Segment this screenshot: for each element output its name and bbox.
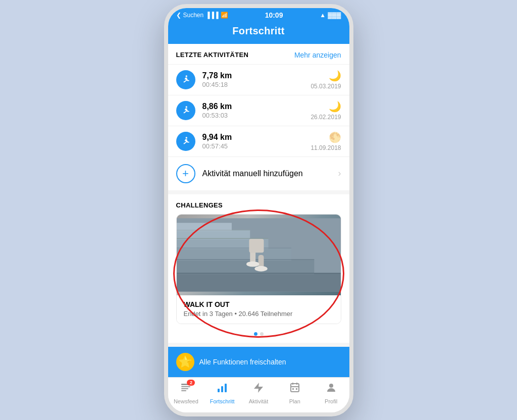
blue-banner[interactable]: ⭐ Alle Funktionen freischalten [168,347,349,377]
wifi-icon: 📶 [221,12,228,19]
nav-item-fortschritt[interactable]: Fortschritt [207,382,237,404]
nav-item-plan[interactable]: Plan [280,382,310,404]
svg-rect-13 [258,255,264,268]
dot-inactive [260,332,264,336]
svg-rect-3 [177,248,291,260]
challenges-header: CHALLENGES [168,194,349,214]
add-circle-icon: + [176,164,195,183]
profil-icon [325,382,337,397]
status-left: ❮ Suchen ▐▐▐ 📶 [176,12,228,19]
activity-duration: 00:57:45 [202,142,311,150]
challenges-title: CHALLENGES [176,201,223,209]
activity-run-icon [176,101,195,120]
activity-item[interactable]: 9,94 km 00:57:45 🌕 11.09.2018 [168,126,349,156]
activity-item[interactable]: 8,86 km 00:53:03 🌙 26.02.2019 [168,95,349,126]
last-activities-section: LETZTE AKTIVITÄTEN Mehr anzeigen 7,78 km… [168,44,349,190]
activity-info: 9,94 km 00:57:45 [202,133,311,150]
newsfeed-icon: 2 [180,382,192,397]
svg-rect-6 [177,223,232,231]
activity-info: 8,86 km 00:53:03 [202,102,311,119]
activity-run-icon [176,132,195,151]
svg-point-14 [246,261,258,267]
moon-icon: 🌙 [311,100,341,113]
chevron-right-icon: › [338,168,341,179]
svg-rect-20 [181,390,186,391]
plan-icon [289,382,301,397]
activity-date: 26.02.2019 [311,114,341,121]
challenge-card[interactable]: WALK IT OUT Endet in 3 Tagen • 20.646 Te… [176,214,341,324]
activity-right: 🌙 05.03.2019 [311,70,341,90]
activity-run-icon [176,70,195,89]
dot-active [254,332,257,336]
activity-date: 05.03.2019 [311,83,341,90]
svg-rect-18 [181,386,190,387]
banner-star-icon: ⭐ [176,353,194,371]
challenges-section: CHALLENGES [168,194,349,343]
status-bar: ❮ Suchen ▐▐▐ 📶 10:09 ▲ ▓▓▓ [168,8,349,21]
page-title: Fortschritt [176,25,341,37]
status-right: ▲ ▓▓▓ [320,12,341,19]
svg-point-15 [254,266,267,271]
nav-item-aktivitat[interactable]: Aktivität [243,382,274,404]
challenge-description: Endet in 3 Tagen • 20.646 Teilnehmer [184,310,334,318]
back-arrow: ❮ [176,12,181,19]
bottom-nav: 2 Newsfeed Fortschritt Aktivität [168,377,349,412]
svg-rect-23 [225,384,227,392]
svg-point-31 [329,384,333,388]
activity-duration: 00:53:03 [202,112,311,119]
location-icon: ▲ [320,12,326,19]
app-header: Fortschritt [168,21,349,44]
activity-duration: 00:45:18 [202,81,311,88]
activity-distance: 9,94 km [202,133,311,142]
activity-date: 11.09.2018 [311,144,341,151]
status-search-label: Suchen [183,12,204,19]
add-activity-label: Aktivität manuell hinzufügen [202,169,338,178]
main-content: LETZTE AKTIVITÄTEN Mehr anzeigen 7,78 km… [168,44,349,377]
svg-marker-24 [254,383,263,393]
svg-rect-25 [291,384,299,392]
svg-rect-2 [177,259,314,274]
activities-title: LETZTE AKTIVITÄTEN [176,51,249,59]
activity-item[interactable]: 7,78 km 00:45:18 🌙 05.03.2019 [168,64,349,95]
challenge-image [177,215,341,295]
add-activity-row[interactable]: + Aktivität manuell hinzufügen › [168,156,349,190]
phone-frame: ❮ Suchen ▐▐▐ 📶 10:09 ▲ ▓▓▓ Fortschritt L… [164,4,353,416]
activity-distance: 8,86 km [202,102,311,111]
newsfeed-badge: 2 [187,380,195,386]
more-link[interactable]: Mehr anzeigen [294,51,341,59]
moon-icon: 🌙 [311,70,341,82]
activity-distance: 7,78 km [202,71,311,80]
signal-icon: ▐▐▐ [205,12,219,19]
svg-rect-16 [249,239,264,252]
activity-right: 🌙 26.02.2019 [311,100,341,121]
nav-item-profil[interactable]: Profil [316,382,346,404]
nav-label-fortschritt: Fortschritt [210,398,235,404]
dots-indicator [168,329,349,343]
aktivitat-icon [252,382,265,397]
svg-rect-21 [218,389,220,392]
svg-rect-19 [181,388,188,389]
svg-rect-22 [221,386,223,392]
sun-icon: 🌕 [311,131,341,143]
status-time: 10:09 [265,11,283,19]
svg-rect-29 [292,388,294,390]
nav-label-plan: Plan [289,398,300,404]
challenge-name: WALK IT OUT [184,300,334,308]
activity-right: 🌕 11.09.2018 [311,131,341,151]
nav-label-newsfeed: Newsfeed [174,398,198,404]
svg-rect-5 [177,230,250,239]
fortschritt-icon [216,382,228,397]
battery-icon: ▓▓▓ [328,12,341,19]
nav-item-newsfeed[interactable]: 2 Newsfeed [171,382,201,404]
challenge-info: WALK IT OUT Endet in 3 Tagen • 20.646 Te… [177,295,341,324]
activities-header: LETZTE AKTIVITÄTEN Mehr anzeigen [168,44,349,64]
svg-rect-1 [177,273,341,291]
svg-rect-30 [296,388,297,390]
nav-label-aktivitat: Aktivität [249,398,269,404]
nav-label-profil: Profil [325,398,337,404]
banner-text: Alle Funktionen freischalten [199,358,286,366]
activity-info: 7,78 km 00:45:18 [202,71,311,88]
